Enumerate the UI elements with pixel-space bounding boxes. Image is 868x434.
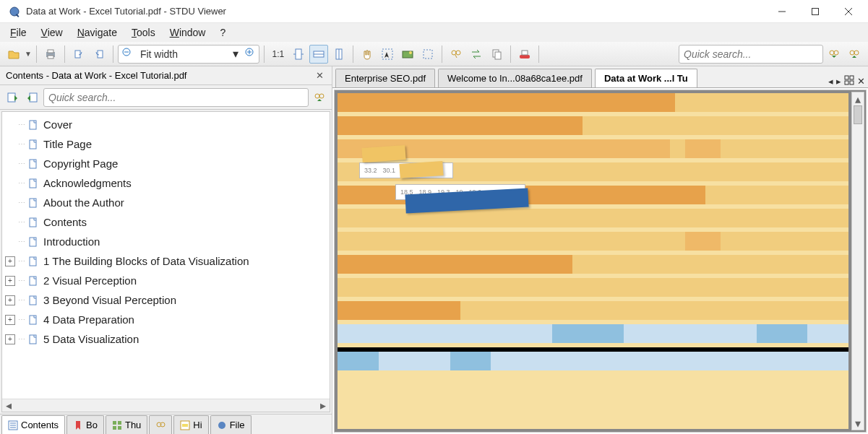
zoom-level-text[interactable]: Fit width [136, 48, 230, 60]
expand-icon[interactable]: + [5, 334, 15, 344]
contents-search-button[interactable] [310, 88, 329, 107]
minimize-button[interactable] [765, 0, 799, 23]
contents-panel-close[interactable]: ✕ [313, 70, 326, 81]
svg-rect-28 [520, 55, 530, 58]
tree-item[interactable]: ⋯Cover [5, 115, 327, 134]
sidebar-tab-label: Thu [125, 420, 141, 430]
fit-page-button[interactable] [289, 45, 308, 64]
fit-width-button[interactable] [309, 45, 328, 64]
page-icon [27, 314, 39, 326]
tab-nav-next[interactable]: ▸ [836, 76, 841, 87]
tree-item-label: Title Page [43, 138, 92, 150]
tree-item[interactable]: ⋯About the Author [5, 193, 327, 212]
maximize-button[interactable] [799, 0, 832, 23]
tree-item[interactable]: +⋯4 Data Preparation [5, 310, 327, 329]
tree-item-label: Contents [43, 216, 87, 228]
contents-search-input[interactable] [48, 92, 304, 103]
svg-rect-45 [30, 257, 36, 266]
tree-item[interactable]: ⋯Copyright Page [5, 154, 327, 173]
zoom-dropdown[interactable]: ▾ [230, 47, 241, 61]
tree-item[interactable]: +⋯5 Data Visualization [5, 329, 327, 349]
tree-item-label: Copyright Page [43, 157, 118, 170]
sidebar-tab-bookmarks[interactable]: Bo [66, 415, 104, 434]
rotate-right-button[interactable] [90, 45, 108, 64]
tree-item[interactable]: ⋯Acknowledgments [5, 173, 327, 193]
tab-close-button[interactable]: ✕ [857, 76, 865, 87]
actual-size-button[interactable]: 1:1 [269, 45, 288, 64]
svg-rect-54 [113, 421, 116, 425]
svg-rect-65 [845, 81, 848, 84]
tree-item[interactable]: ⋯Title Page [5, 134, 327, 154]
close-button[interactable] [832, 0, 865, 23]
expand-icon[interactable]: + [5, 315, 15, 325]
print-button[interactable] [41, 45, 60, 64]
svg-rect-44 [30, 238, 36, 246]
sidebar-tab-thumbnails[interactable]: Thu [106, 415, 147, 434]
expand-icon[interactable]: + [5, 295, 15, 305]
page-icon [27, 217, 39, 228]
tab-grid-button[interactable] [844, 75, 854, 87]
tree-item-label: 3 Beyond Visual Perception [43, 294, 176, 306]
contents-panel-title: Contents - Data at Work - Excel Tutorial… [6, 70, 313, 81]
menu-view[interactable]: View [34, 25, 70, 40]
contents-tree[interactable]: ⋯Cover⋯Title Page⋯Copyright Page⋯Acknowl… [2, 112, 330, 399]
tree-item[interactable]: +⋯3 Beyond Visual Perception [5, 290, 327, 310]
menu-navigate[interactable]: Navigate [70, 25, 124, 40]
svg-rect-10 [98, 51, 103, 58]
tree-item[interactable]: +⋯2 Visual Perception [5, 271, 327, 290]
document-tab[interactable]: Enterprise SEO.pdf [335, 69, 435, 87]
menu-help[interactable]: ? [212, 25, 233, 40]
tree-item[interactable]: +⋯1 The Building Blocks of Data Visualiz… [5, 251, 327, 271]
app-icon [7, 4, 22, 19]
collapse-all-button[interactable] [23, 88, 42, 107]
text-select-button[interactable] [418, 45, 437, 64]
find-button[interactable] [447, 45, 465, 64]
select-tool-button[interactable] [378, 45, 397, 64]
copy-button[interactable] [487, 45, 506, 64]
svg-point-32 [850, 51, 854, 55]
zoom-out-button[interactable] [119, 47, 136, 61]
tree-item[interactable]: ⋯Contents [5, 212, 327, 232]
expand-all-button[interactable] [3, 88, 22, 107]
document-tab[interactable]: Welcome to In...08a68ca1ee.pdf [438, 69, 592, 87]
sidebar-tab-contents[interactable]: Contents [1, 415, 65, 434]
zoom-in-button[interactable] [241, 47, 259, 61]
page-icon [27, 334, 39, 345]
open-dropdown[interactable]: ▼ [25, 50, 32, 58]
sidebar-tab-search[interactable] [149, 415, 172, 434]
svg-rect-16 [296, 49, 301, 59]
sidebar-tab-highlight[interactable]: Hi [173, 415, 208, 434]
settings-button[interactable] [515, 45, 534, 64]
find-next-button[interactable] [467, 45, 486, 64]
fit-height-button[interactable] [330, 45, 348, 64]
tree-line: ⋯ [18, 296, 26, 304]
svg-rect-63 [845, 76, 848, 79]
document-vscroll[interactable]: ▴ ▾ [851, 92, 864, 430]
document-view[interactable]: 33.2 30.1 26.8 18.5 18.9 19.3 19 19.6 ▴ [334, 90, 867, 433]
menu-file[interactable]: File [3, 25, 34, 40]
contents-search-box[interactable] [43, 88, 309, 107]
expand-icon[interactable]: + [5, 256, 15, 266]
main-toolbar: ▼ Fit width ▾ 1:1 [0, 42, 868, 66]
sidebar-tab-files[interactable]: File [210, 415, 252, 434]
svg-rect-7 [48, 50, 53, 53]
menu-tools[interactable]: Tools [124, 25, 163, 40]
open-button[interactable] [4, 45, 23, 64]
svg-rect-64 [850, 76, 854, 79]
svg-point-24 [456, 51, 460, 55]
search-prev-button[interactable] [825, 45, 843, 64]
quick-search-box[interactable] [679, 45, 823, 64]
svg-point-23 [452, 51, 456, 55]
search-next-button[interactable] [845, 45, 864, 64]
menu-window[interactable]: Window [163, 25, 213, 40]
rotate-left-button[interactable] [69, 45, 88, 64]
document-tab[interactable]: Data at Work ...l Tu [595, 69, 697, 87]
expand-icon[interactable]: + [5, 276, 15, 286]
hand-tool-button[interactable] [358, 45, 377, 64]
tab-nav-prev[interactable]: ◂ [828, 76, 833, 87]
snapshot-button[interactable] [398, 45, 417, 64]
tree-hscroll[interactable]: ◂▸ [2, 399, 330, 412]
quick-search-input[interactable] [684, 48, 818, 60]
tree-line: ⋯ [18, 257, 26, 265]
tree-item[interactable]: ⋯Introduction [5, 232, 327, 251]
